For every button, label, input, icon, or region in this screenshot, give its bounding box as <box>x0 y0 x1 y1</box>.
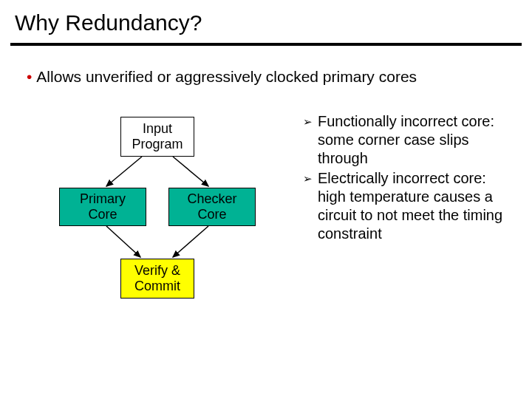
input-program-label: InputProgram <box>132 121 183 151</box>
primary-core-label: PrimaryCore <box>80 191 126 222</box>
main-bullet: •Allows unverified or aggressively clock… <box>0 46 532 86</box>
svg-line-3 <box>173 226 208 257</box>
list-item: ➢ Electrically incorrect core: high temp… <box>303 169 517 243</box>
triangle-bullet-icon: ➢ <box>303 169 318 243</box>
right-bullet-list: ➢ Functionally incorrect core: some corn… <box>303 112 517 245</box>
verify-commit-box: Verify &Commit <box>120 259 194 299</box>
page-title: Why Redundancy? <box>0 0 532 40</box>
svg-line-2 <box>106 226 140 257</box>
list-item-text: Functionally incorrect core: some corner… <box>318 112 517 168</box>
verify-commit-label: Verify &Commit <box>134 263 180 293</box>
svg-line-0 <box>106 157 142 186</box>
list-item: ➢ Functionally incorrect core: some corn… <box>303 112 517 168</box>
input-program-box: InputProgram <box>120 117 194 157</box>
checker-core-label: CheckerCore <box>187 191 236 222</box>
triangle-bullet-icon: ➢ <box>303 112 318 168</box>
checker-core-box: CheckerCore <box>168 188 256 226</box>
primary-core-box: PrimaryCore <box>59 188 146 226</box>
list-item-text: Electrically incorrect core: high temper… <box>318 169 517 243</box>
content-area: InputProgram PrimaryCore CheckerCore Ver… <box>0 86 532 352</box>
bullet-marker: • <box>27 68 36 85</box>
bullet-text: Allows unverified or aggressively clocke… <box>36 68 417 85</box>
svg-line-1 <box>173 157 208 186</box>
